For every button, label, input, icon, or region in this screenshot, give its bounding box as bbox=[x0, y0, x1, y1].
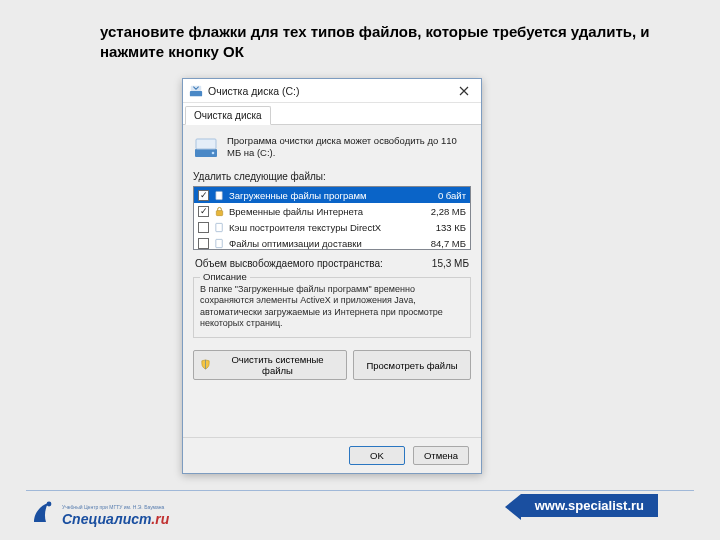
file-type-row[interactable]: ✓Загруженные файлы программ0 байт bbox=[194, 187, 470, 203]
svg-rect-7 bbox=[215, 223, 221, 231]
titlebar: Очистка диска (C:) bbox=[183, 79, 481, 103]
file-type-size: 2,28 МБ bbox=[418, 206, 466, 217]
footer-url: www.specialist.ru bbox=[521, 494, 658, 517]
file-type-row[interactable]: ✓Временные файлы Интернета2,28 МБ bbox=[194, 203, 470, 219]
svg-rect-0 bbox=[190, 91, 202, 96]
svg-point-4 bbox=[212, 152, 215, 155]
file-type-size: 84,7 МБ bbox=[418, 238, 466, 249]
file-type-name: Файлы оптимизации доставки bbox=[229, 238, 414, 249]
ok-button[interactable]: OK bbox=[349, 446, 405, 465]
svg-rect-5 bbox=[215, 191, 221, 199]
info-text: Программа очистки диска может освободить… bbox=[227, 135, 471, 161]
disk-cleanup-window: Очистка диска (C:) Очистка диска Програм… bbox=[182, 78, 482, 474]
checkbox[interactable] bbox=[198, 222, 209, 233]
file-type-size: 133 КБ bbox=[418, 222, 466, 233]
total-row: Объем высвобождаемого пространства: 15,3… bbox=[195, 258, 469, 269]
file-type-name: Временные файлы Интернета bbox=[229, 206, 414, 217]
svg-rect-8 bbox=[215, 239, 221, 247]
description-title: Описание bbox=[200, 271, 250, 282]
file-type-row[interactable]: Файлы оптимизации доставки84,7 МБ bbox=[194, 235, 470, 250]
footer-divider bbox=[26, 490, 694, 491]
total-value: 15,3 МБ bbox=[432, 258, 469, 269]
tab-disk-cleanup[interactable]: Очистка диска bbox=[185, 106, 271, 125]
list-label: Удалить следующие файлы: bbox=[193, 171, 471, 182]
file-type-name: Кэш построителя текстуры DirectX bbox=[229, 222, 414, 233]
cancel-button[interactable]: Отмена bbox=[413, 446, 469, 465]
file-type-row[interactable]: Кэш построителя текстуры DirectX133 КБ bbox=[194, 219, 470, 235]
close-icon[interactable] bbox=[447, 79, 481, 103]
slide-instruction: установите флажки для тех типов файлов, … bbox=[100, 22, 660, 63]
tabstrip: Очистка диска bbox=[183, 103, 481, 125]
checkbox[interactable]: ✓ bbox=[198, 190, 209, 201]
checkbox[interactable] bbox=[198, 238, 209, 249]
disk-cleanup-icon bbox=[189, 84, 203, 98]
checkbox[interactable]: ✓ bbox=[198, 206, 209, 217]
file-icon bbox=[213, 221, 225, 233]
view-files-label: Просмотреть файлы bbox=[366, 360, 457, 371]
dialog-body: Программа очистки диска может освободить… bbox=[183, 125, 481, 386]
file-type-name: Загруженные файлы программ bbox=[229, 190, 414, 201]
svg-rect-1 bbox=[191, 85, 202, 90]
svg-rect-3 bbox=[196, 139, 216, 149]
total-label: Объем высвобождаемого пространства: bbox=[195, 258, 383, 269]
description-group: Описание В папке "Загруженные файлы прог… bbox=[193, 277, 471, 338]
logo-subtitle: Учебный Центр при МГТУ им. Н.Э. Баумана bbox=[62, 505, 169, 510]
specialist-logo: Учебный Центр при МГТУ им. Н.Э. Баумана … bbox=[30, 498, 169, 526]
file-icon bbox=[213, 237, 225, 249]
lock-icon bbox=[213, 205, 225, 217]
dialog-footer: OK Отмена bbox=[183, 437, 481, 473]
svg-rect-6 bbox=[216, 210, 222, 215]
clean-system-files-label: Очистить системные файлы bbox=[215, 354, 340, 376]
window-title: Очистка диска (C:) bbox=[208, 85, 447, 97]
logo-mark-icon bbox=[30, 498, 58, 526]
clean-system-files-button[interactable]: Очистить системные файлы bbox=[193, 350, 347, 380]
description-text: В папке "Загруженные файлы программ" вре… bbox=[200, 284, 464, 329]
view-files-button[interactable]: Просмотреть файлы bbox=[353, 350, 471, 380]
drive-icon bbox=[193, 135, 219, 161]
file-type-size: 0 байт bbox=[418, 190, 466, 201]
logo-wordmark: Специалист.ru bbox=[62, 512, 169, 526]
shield-icon bbox=[200, 359, 211, 372]
file-type-list[interactable]: ✓Загруженные файлы программ0 байт✓Времен… bbox=[193, 186, 471, 250]
file-icon bbox=[213, 189, 225, 201]
svg-point-9 bbox=[47, 502, 52, 507]
